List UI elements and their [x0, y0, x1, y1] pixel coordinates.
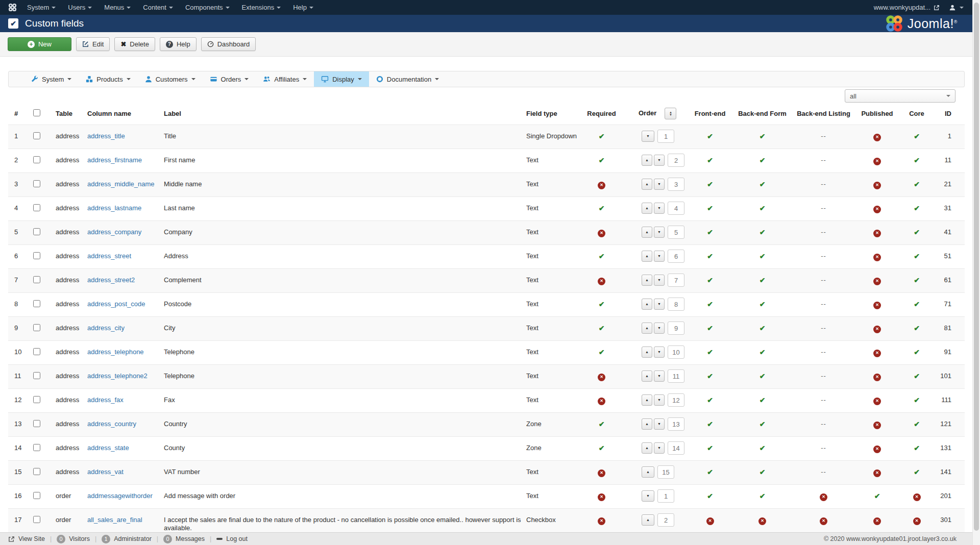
order-up-button[interactable]: ▲: [642, 275, 652, 286]
order-down-button[interactable]: ▼: [654, 275, 665, 286]
column-name-link[interactable]: address_middle_name: [87, 180, 155, 188]
order-value-input[interactable]: [668, 202, 684, 215]
order-down-button[interactable]: ▼: [654, 442, 665, 454]
column-name-link[interactable]: address_title: [87, 132, 125, 140]
user-menu[interactable]: [949, 4, 964, 11]
column-name-link[interactable]: address_vat: [87, 468, 124, 476]
order-value-input[interactable]: [657, 130, 674, 143]
menu-extensions[interactable]: Extensions: [236, 0, 287, 15]
published-status-icon[interactable]: ✕: [873, 398, 881, 405]
row-checkbox[interactable]: [33, 516, 40, 523]
order-down-button[interactable]: ▼: [654, 323, 665, 334]
order-down-button[interactable]: ▼: [654, 370, 665, 382]
column-name-link[interactable]: address_state: [87, 444, 129, 452]
nav-affiliates[interactable]: Affiliates: [256, 71, 314, 87]
order-value-input[interactable]: [668, 274, 684, 287]
column-name-link[interactable]: addmessagewithorder: [87, 492, 153, 500]
published-status-icon[interactable]: ✕: [873, 422, 881, 429]
order-value-input[interactable]: [657, 465, 674, 479]
order-value-input[interactable]: [668, 393, 684, 407]
order-down-button[interactable]: ▼: [654, 203, 665, 214]
scrollbar-thumb[interactable]: [974, 3, 979, 531]
order-up-button[interactable]: ▲: [642, 251, 652, 262]
row-checkbox[interactable]: [33, 132, 40, 139]
published-status-icon[interactable]: ✕: [873, 134, 881, 141]
order-down-button[interactable]: ▼: [654, 394, 665, 406]
published-status-icon[interactable]: ✕: [873, 206, 881, 213]
order-up-button[interactable]: ▲: [642, 418, 652, 430]
order-value-input[interactable]: [657, 489, 674, 503]
row-checkbox[interactable]: [33, 444, 40, 451]
nav-customers[interactable]: Customers: [138, 71, 203, 87]
view-site-link[interactable]: View Site: [8, 535, 45, 542]
messages-status[interactable]: 0 Messages: [163, 535, 205, 543]
published-status-icon[interactable]: ✕: [873, 469, 881, 477]
dashboard-button[interactable]: Dashboard: [201, 37, 256, 51]
row-checkbox[interactable]: [33, 300, 40, 307]
order-value-input[interactable]: [668, 298, 684, 311]
select-all-checkbox[interactable]: [33, 109, 40, 116]
row-checkbox[interactable]: [33, 372, 40, 379]
edit-button[interactable]: Edit: [76, 37, 110, 51]
row-checkbox[interactable]: [33, 492, 40, 499]
column-name-link[interactable]: address_street2: [87, 276, 135, 284]
order-up-button[interactable]: ▲: [642, 466, 654, 478]
order-down-button[interactable]: ▼: [654, 227, 665, 238]
nav-orders[interactable]: Orders: [203, 71, 256, 87]
order-down-button[interactable]: ▼: [654, 251, 665, 262]
published-status-icon[interactable]: ✕: [873, 158, 881, 165]
order-value-input[interactable]: [668, 417, 684, 431]
menu-users[interactable]: Users: [62, 0, 98, 15]
column-name-link[interactable]: address_fax: [87, 396, 124, 404]
order-up-button[interactable]: ▲: [642, 370, 652, 382]
order-sort-button[interactable]: ▲▼: [665, 108, 676, 119]
row-checkbox[interactable]: [33, 228, 40, 235]
order-up-button[interactable]: ▲: [642, 442, 652, 454]
row-checkbox[interactable]: [33, 204, 40, 211]
column-name-link[interactable]: address_lastname: [87, 204, 141, 212]
published-status-icon[interactable]: ✕: [873, 230, 881, 237]
published-status-icon[interactable]: ✔: [874, 492, 880, 500]
visitors-status[interactable]: 0 Visitors: [57, 535, 90, 543]
column-name-link[interactable]: address_city: [87, 324, 125, 332]
help-button[interactable]: ? Help: [160, 37, 197, 51]
order-up-button[interactable]: ▲: [642, 299, 652, 310]
published-status-icon[interactable]: ✕: [873, 302, 881, 309]
order-down-button[interactable]: ▼: [654, 299, 665, 310]
column-name-link[interactable]: address_country: [87, 420, 136, 428]
column-name-link[interactable]: address_street: [87, 252, 131, 260]
order-down-button[interactable]: ▼: [642, 131, 654, 142]
menu-system[interactable]: System: [21, 0, 62, 15]
order-value-input[interactable]: [668, 369, 684, 383]
order-up-button[interactable]: ▲: [642, 394, 652, 406]
published-status-icon[interactable]: ✕: [873, 254, 881, 261]
order-down-button[interactable]: ▼: [654, 179, 665, 190]
column-name-link[interactable]: address_telephone: [87, 348, 144, 356]
column-name-link[interactable]: address_firstname: [87, 156, 142, 164]
row-checkbox[interactable]: [33, 396, 40, 403]
menu-help[interactable]: Help: [287, 0, 320, 15]
table-filter-select[interactable]: all: [845, 89, 955, 103]
order-up-button[interactable]: ▲: [642, 323, 652, 334]
menu-components[interactable]: Components: [179, 0, 236, 15]
administrators-status[interactable]: 1 Administrator: [102, 535, 152, 543]
published-status-icon[interactable]: ✕: [873, 445, 881, 453]
order-value-input[interactable]: [668, 321, 684, 335]
nav-products[interactable]: Products: [79, 71, 137, 87]
order-value-input[interactable]: [668, 226, 684, 239]
nav-display[interactable]: Display: [314, 71, 369, 87]
menu-menus[interactable]: Menus: [98, 0, 137, 15]
column-name-link[interactable]: address_telephone2: [87, 372, 148, 380]
order-value-input[interactable]: [668, 154, 684, 167]
order-value-input[interactable]: [668, 345, 684, 359]
order-down-button[interactable]: ▼: [654, 418, 665, 430]
row-checkbox[interactable]: [33, 420, 40, 427]
delete-button[interactable]: ✖ Delete: [114, 37, 155, 51]
row-checkbox[interactable]: [33, 156, 40, 163]
column-name-link[interactable]: address_post_code: [87, 300, 145, 308]
order-up-button[interactable]: ▲: [642, 155, 652, 166]
menu-content[interactable]: Content: [137, 0, 179, 15]
order-up-button[interactable]: ▲: [642, 203, 652, 214]
order-up-button[interactable]: ▲: [642, 346, 652, 358]
order-value-input[interactable]: [668, 441, 684, 455]
